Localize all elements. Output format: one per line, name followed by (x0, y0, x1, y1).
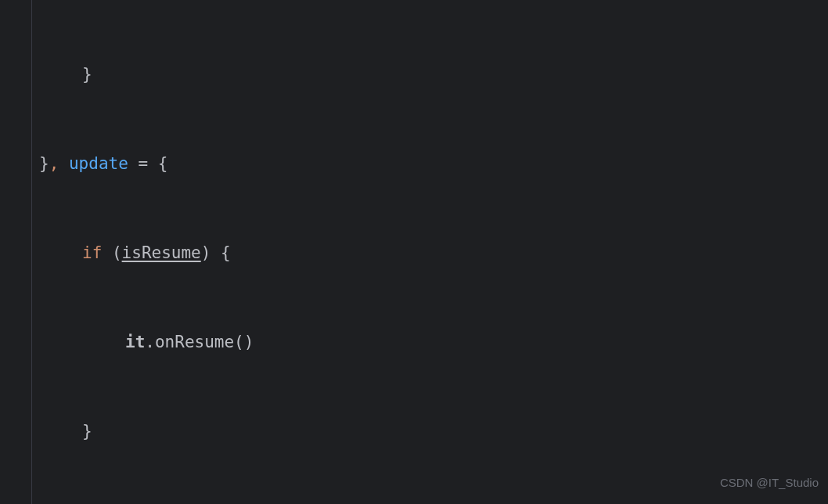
var-isresume: isResume (122, 238, 201, 268)
paren: () (234, 327, 254, 357)
code-line[interactable]: it.onResume() (39, 327, 828, 357)
brace: { (158, 149, 168, 178)
comma: , (49, 149, 59, 178)
paren: ) (201, 238, 221, 268)
code-line[interactable]: } (39, 59, 828, 89)
keyword-it: it (125, 327, 145, 357)
paren: ( (102, 238, 121, 268)
code-editor[interactable]: } }, update = { if (isResume) { it.onRes… (0, 0, 828, 504)
code-line[interactable]: } (39, 416, 828, 446)
fn-call: onResume (155, 327, 234, 357)
dot: . (145, 327, 155, 357)
brace: { (221, 238, 231, 268)
brace: } (82, 59, 92, 89)
keyword-if: if (82, 238, 102, 268)
space (59, 149, 69, 178)
code-line[interactable]: if (isResume) { (39, 238, 828, 268)
brace: } (82, 416, 92, 446)
brace: } (39, 149, 49, 178)
code-line[interactable]: }, update = { (39, 149, 828, 178)
watermark: CSDN @IT_Studio (720, 468, 819, 498)
equals: = (128, 149, 158, 178)
param-name: update (69, 149, 128, 178)
